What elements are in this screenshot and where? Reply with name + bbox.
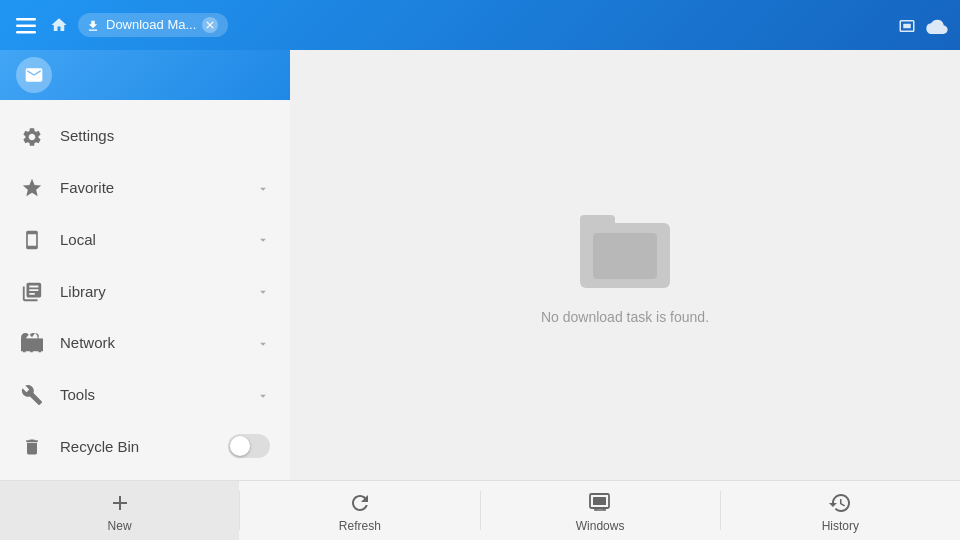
app-header: Download Ma... bbox=[0, 0, 960, 50]
recycle-bin-icon bbox=[20, 434, 44, 458]
sidebar-nav: Settings Favorite bbox=[0, 100, 290, 480]
new-label: New bbox=[108, 519, 132, 533]
svg-rect-2 bbox=[16, 31, 36, 34]
svg-rect-9 bbox=[580, 215, 615, 229]
new-button[interactable]: New bbox=[0, 481, 239, 540]
svg-rect-0 bbox=[16, 18, 36, 21]
refresh-icon bbox=[348, 488, 372, 514]
sidebar-item-local[interactable]: Local bbox=[0, 213, 290, 265]
window-icon[interactable] bbox=[898, 15, 916, 36]
sidebar-item-network[interactable]: Network bbox=[0, 317, 290, 369]
settings-label: Settings bbox=[60, 127, 270, 144]
recycle-bin-toggle[interactable] bbox=[228, 434, 270, 458]
cloud-icon[interactable] bbox=[926, 15, 948, 36]
svg-rect-6 bbox=[903, 24, 911, 29]
new-icon bbox=[108, 488, 132, 514]
sidebar-header bbox=[0, 50, 290, 100]
content-area: No download task is found. bbox=[290, 50, 960, 480]
download-tab[interactable]: Download Ma... bbox=[78, 13, 228, 37]
menu-icon[interactable] bbox=[12, 10, 40, 41]
svg-rect-1 bbox=[16, 25, 36, 28]
svg-rect-12 bbox=[593, 497, 606, 505]
empty-state: No download task is found. bbox=[541, 205, 709, 325]
refresh-label: Refresh bbox=[339, 519, 381, 533]
empty-state-text: No download task is found. bbox=[541, 309, 709, 325]
local-label: Local bbox=[60, 231, 256, 248]
sidebar-item-settings[interactable]: Settings bbox=[0, 110, 290, 162]
sidebar-item-recycle-bin[interactable]: Recycle Bin bbox=[0, 420, 290, 472]
windows-icon bbox=[588, 488, 612, 514]
refresh-button[interactable]: Refresh bbox=[240, 481, 479, 540]
library-chevron bbox=[256, 283, 270, 299]
tools-icon bbox=[20, 383, 44, 407]
favorite-icon bbox=[20, 176, 44, 200]
library-icon bbox=[20, 279, 44, 303]
network-label: Network bbox=[60, 334, 256, 351]
sidebar-item-library[interactable]: Library bbox=[0, 265, 290, 317]
tools-label: Tools bbox=[60, 386, 256, 403]
tools-chevron bbox=[256, 386, 270, 402]
bottom-toolbar: New Refresh Windows History bbox=[0, 480, 960, 540]
windows-label: Windows bbox=[576, 519, 625, 533]
settings-icon bbox=[20, 124, 44, 148]
history-button[interactable]: History bbox=[721, 481, 960, 540]
empty-folder-illustration bbox=[575, 205, 675, 293]
tab-close-button[interactable] bbox=[202, 17, 218, 33]
library-label: Library bbox=[60, 283, 256, 300]
main-layout: Settings Favorite bbox=[0, 50, 960, 480]
windows-button[interactable]: Windows bbox=[481, 481, 720, 540]
favorite-label: Favorite bbox=[60, 179, 256, 196]
sidebar: Settings Favorite bbox=[0, 50, 290, 480]
download-icon bbox=[86, 17, 100, 33]
avatar bbox=[16, 57, 52, 93]
tab-label: Download Ma... bbox=[106, 17, 196, 32]
sidebar-item-tools[interactable]: Tools bbox=[0, 369, 290, 421]
home-icon[interactable] bbox=[50, 16, 68, 35]
toggle-knob bbox=[230, 436, 250, 456]
network-icon bbox=[20, 331, 44, 355]
local-icon bbox=[20, 227, 44, 251]
history-icon bbox=[828, 488, 852, 514]
sidebar-item-favorite[interactable]: Favorite bbox=[0, 162, 290, 214]
recycle-bin-label: Recycle Bin bbox=[60, 438, 228, 455]
network-chevron bbox=[256, 335, 270, 351]
history-label: History bbox=[822, 519, 859, 533]
local-chevron bbox=[256, 231, 270, 247]
svg-rect-10 bbox=[593, 233, 657, 279]
favorite-chevron bbox=[256, 179, 270, 195]
